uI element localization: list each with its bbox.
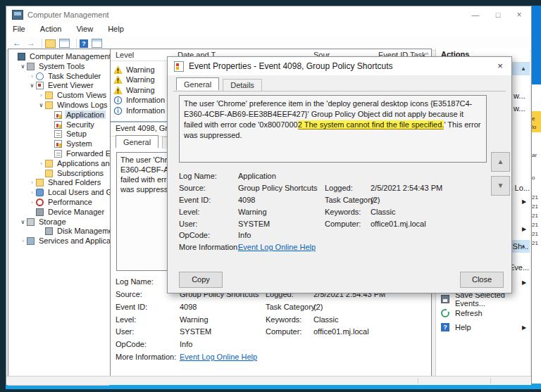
close-button[interactable]: Close [460,272,504,288]
tree-item-device-manager[interactable]: Device Manager [8,207,110,217]
minimize-button[interactable]: — [465,6,486,23]
tree-item-system-tools[interactable]: ∨System Tools [8,61,110,71]
event-log-online-help-link[interactable]: Event Log Online Help [238,243,316,251]
tree-item-setup[interactable]: Setup [8,129,110,139]
dialog-tab-general[interactable]: General [176,77,219,90]
preview-tab-general[interactable]: General [116,135,158,148]
menu-help[interactable]: Help [101,23,130,33]
action-item-fragment[interactable]: Eve... [509,263,529,272]
tree-item-computer-management[interactable]: Computer Management (Local [8,51,110,61]
forward-arrow-icon[interactable]: → [25,38,37,49]
information-icon [113,96,123,105]
copy-button[interactable]: Copy [179,272,223,288]
help-icon[interactable]: ? [80,39,88,48]
submenu-arrow-icon[interactable]: ▶ [522,226,526,232]
tree-item-disk-management[interactable]: Disk Management [8,226,110,236]
submenu-arrow-icon[interactable]: ▶ [522,279,526,286]
tree-item-windows-logs[interactable]: ∨Windows Logs [8,100,110,110]
show-action-pane-icon[interactable] [92,39,102,48]
action-help[interactable]: ?Help▶ [436,320,530,334]
bg-fragment: o [532,175,535,181]
bg-fragment: 21 [532,213,538,219]
action-item-fragment[interactable]: w... [514,91,526,100]
services-applications-icon [27,237,35,245]
dialog-close-icon[interactable]: × [489,57,511,75]
warning-icon [113,86,123,95]
preview-field-event-id: Event ID:4098Task Category:(2) [111,303,431,313]
menu-file[interactable]: File [6,23,32,33]
dialog-title: Event Properties - Event 4098, Group Pol… [189,61,392,71]
column-header-level[interactable]: Level [116,51,134,59]
tree-item-subscriptions[interactable]: Subscriptions [8,168,110,178]
tree-item-local-users-groups[interactable]: ›Local Users and Groups [8,187,110,197]
bg-fragment: 21 [532,222,538,228]
collapse-icon[interactable]: ▲ [521,240,526,253]
storage-icon [27,218,35,226]
tree-item-shared-folders[interactable]: ›Shared Folders [8,177,110,187]
tree-item-event-viewer[interactable]: ∨Event Viewer [8,80,110,90]
help-icon: ? [441,323,449,331]
title-bar[interactable]: Computer Management — □ × [6,6,531,23]
maximize-button[interactable]: □ [487,6,509,23]
application-log-icon [54,111,62,119]
save-icon [441,295,449,303]
dialog-tabs: General Details [176,78,263,91]
show-console-tree-icon[interactable] [59,39,70,48]
status-bar [6,376,531,385]
highlighted-error-text: 2 The system cannot find the file specif… [298,120,444,129]
tree-item-system[interactable]: System [8,139,110,148]
system-log-icon [54,140,62,148]
applications-folder-icon [45,160,53,167]
setup-log-icon [54,130,62,138]
close-button[interactable]: × [509,6,530,23]
action-item-fragment[interactable]: w... [514,104,526,113]
tree-item-storage[interactable]: ∨Storage [8,217,110,227]
open-folder-icon[interactable] [45,39,56,48]
previous-event-button[interactable]: ▲ [491,152,510,172]
computer-icon [18,53,25,61]
preview-field-opcode: OpCode:Info [111,340,431,350]
event-log-online-help-link[interactable]: Event Log Online Help [180,353,257,361]
computer-management-icon [12,10,23,20]
dialog-tab-details[interactable]: Details [223,79,262,91]
security-log-icon [54,121,62,129]
dialog-field-log-name: Log Name:Application [168,172,511,182]
event-properties-dialog: Event Properties - Event 4098, Group Pol… [167,56,512,293]
system-tools-icon [27,63,35,70]
action-refresh[interactable]: Refresh [436,306,530,320]
preview-field-level: Level:WarningKeywords:Classic [111,315,431,326]
custom-views-folder-icon [45,91,53,99]
menu-action[interactable]: Action [34,23,68,33]
shared-folders-icon [36,179,44,186]
tree-item-services-applications[interactable]: ›Services and Applications [8,236,110,246]
submenu-arrow-icon: ▶ [522,324,526,331]
tree-item-custom-views[interactable]: ›Custom Views [8,90,110,100]
toolbar-separator [76,39,77,48]
warning-icon [113,65,123,75]
dialog-title-bar[interactable]: Event Properties - Event 4098, Group Pol… [168,57,511,75]
tree-item-security[interactable]: Security [8,120,110,129]
dialog-field-source: Source:Group Policy ShortcutsLogged:2/5/… [168,184,511,194]
dialog-field-event-id: Event ID:4098Task Category:(2) [168,196,511,206]
information-icon [113,106,123,115]
status-divider [418,378,418,384]
collapse-icon[interactable]: ▲ [521,63,526,75]
tree-item-task-scheduler[interactable]: ›Task Scheduler [8,71,110,81]
bg-fragment: lo [532,124,536,130]
performance-icon [36,198,44,206]
task-scheduler-icon [36,72,44,80]
menu-view[interactable]: View [70,23,99,33]
tree-item-performance[interactable]: ›Performance [8,197,110,207]
refresh-icon [441,309,449,317]
warning-icon [113,75,123,84]
tree-item-application[interactable]: Application [8,110,110,120]
submenu-arrow-icon[interactable]: ▶ [522,198,526,205]
back-arrow-icon[interactable]: ← [11,38,23,49]
tree-item-forwarded-events[interactable]: Forwarded Event [8,148,110,158]
preview-field-user: User:SYSTEMComputer:office01.mj.local [111,327,431,338]
dialog-field-more-information: More Information:Event Log Online Help [168,243,511,253]
window-title: Computer Management [27,11,109,19]
action-save-selected-events[interactable]: Save Selected Events... [436,292,530,305]
console-tree-pane: Computer Management (Local ∨System Tools… [8,49,111,377]
tree-item-applications-services-logs[interactable]: ›Applications and Se [8,158,110,168]
